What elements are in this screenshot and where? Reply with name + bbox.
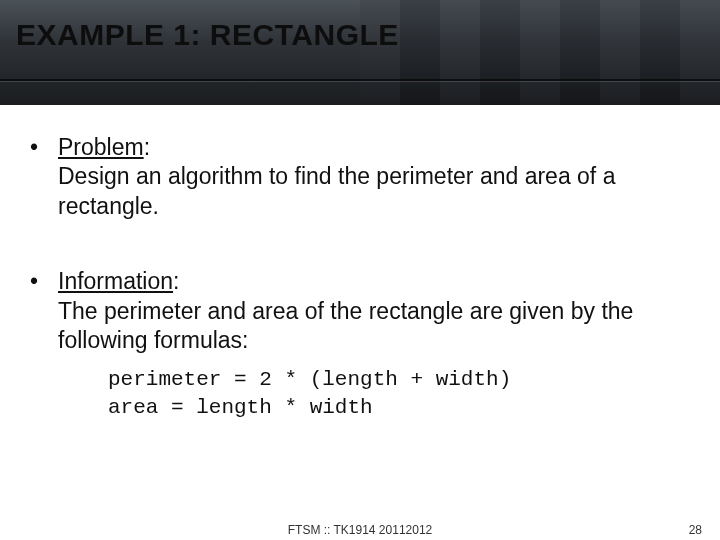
bullet-dot-icon: • <box>30 133 58 162</box>
header-background-image <box>360 0 720 105</box>
formula-block: perimeter = 2 * (length + width) area = … <box>30 356 690 423</box>
information-text: The perimeter and area of the rectangle … <box>30 297 690 356</box>
slide-content: • Problem: Design an algorithm to find t… <box>0 105 720 422</box>
colon: : <box>144 134 150 160</box>
bullet-dot-icon: • <box>30 267 58 296</box>
formula-line: area = length * width <box>108 394 690 422</box>
slide-title: EXAMPLE 1: RECTANGLE <box>16 18 399 52</box>
bullet-problem: • Problem: <box>30 133 690 162</box>
slide-header: EXAMPLE 1: RECTANGLE <box>0 0 720 105</box>
page-number: 28 <box>689 523 702 537</box>
formula-line: perimeter = 2 * (length + width) <box>108 366 690 394</box>
bullet-information: • Information: <box>30 267 690 296</box>
footer-center-text: FTSM :: TK1914 20112012 <box>288 523 433 537</box>
section-label-problem: Problem <box>58 134 144 160</box>
section-label-information: Information <box>58 268 173 294</box>
colon: : <box>173 268 179 294</box>
header-separator <box>0 79 720 81</box>
problem-text: Design an algorithm to find the perimete… <box>30 162 690 221</box>
